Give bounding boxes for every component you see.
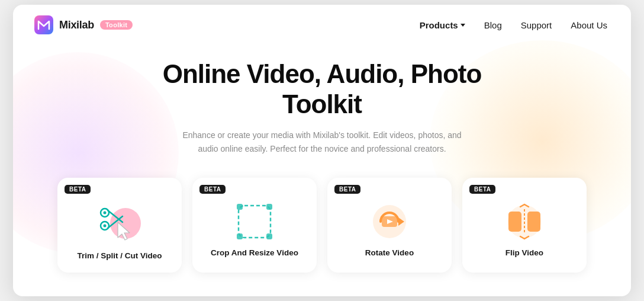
- beta-badge-flip: BETA: [469, 185, 495, 194]
- main-window: Mixilab Toolkit Products Blog Support Ab…: [13, 5, 631, 296]
- svg-rect-0: [34, 15, 53, 34]
- card-trim[interactable]: BETA: [57, 178, 182, 273]
- hero-section: Online Video, Audio, Photo Toolkit Enhan…: [13, 43, 631, 161]
- svg-rect-12: [237, 233, 243, 239]
- cards-row: BETA: [13, 161, 631, 296]
- svg-rect-20: [527, 212, 540, 232]
- logo-icon: [34, 15, 53, 34]
- svg-rect-10: [237, 204, 243, 210]
- rotate-icon: [369, 201, 410, 242]
- svg-point-7: [104, 224, 107, 227]
- card-crop-label: Crop And Resize Video: [192, 248, 317, 257]
- toolkit-badge: Toolkit: [100, 20, 133, 30]
- trim-icon-area: [57, 194, 182, 251]
- chevron-down-icon: [461, 24, 465, 27]
- rotate-icon-area: [327, 194, 452, 248]
- nav-blog[interactable]: Blog: [484, 20, 502, 30]
- svg-rect-19: [508, 212, 521, 232]
- flip-icon-area: [462, 194, 587, 248]
- svg-point-6: [104, 211, 107, 214]
- crop-icon-area: [192, 194, 317, 248]
- crop-icon: [234, 201, 275, 242]
- logo-text: Mixilab: [59, 19, 94, 31]
- hero-subtitle: Enhance or create your media with Mixila…: [180, 129, 464, 155]
- logo-area: Mixilab Toolkit: [34, 15, 133, 34]
- hero-title: Online Video, Audio, Photo Toolkit: [37, 59, 607, 119]
- nav-about[interactable]: About Us: [571, 20, 607, 30]
- svg-rect-11: [266, 204, 272, 210]
- beta-badge-rotate: BETA: [334, 185, 360, 194]
- card-rotate-label: Rotate Video: [327, 248, 452, 257]
- card-rotate[interactable]: BETA Rotate Video: [327, 178, 452, 273]
- trim-icon: [93, 201, 146, 245]
- nav-support[interactable]: Support: [521, 20, 552, 30]
- svg-rect-13: [266, 233, 272, 239]
- beta-badge-crop: BETA: [199, 185, 226, 194]
- card-crop[interactable]: BETA Crop And Resize Video: [192, 178, 317, 273]
- card-flip[interactable]: BETA Flip Video: [462, 178, 587, 273]
- nav-links: Products Blog Support About Us: [420, 20, 607, 30]
- card-trim-label: Trim / Split / Cut Video: [57, 251, 182, 260]
- navbar: Mixilab Toolkit Products Blog Support Ab…: [13, 5, 631, 43]
- beta-badge-trim: BETA: [65, 185, 91, 194]
- flip-icon: [504, 201, 545, 242]
- svg-rect-9: [239, 206, 271, 238]
- card-flip-label: Flip Video: [462, 248, 587, 257]
- nav-products[interactable]: Products: [420, 20, 465, 30]
